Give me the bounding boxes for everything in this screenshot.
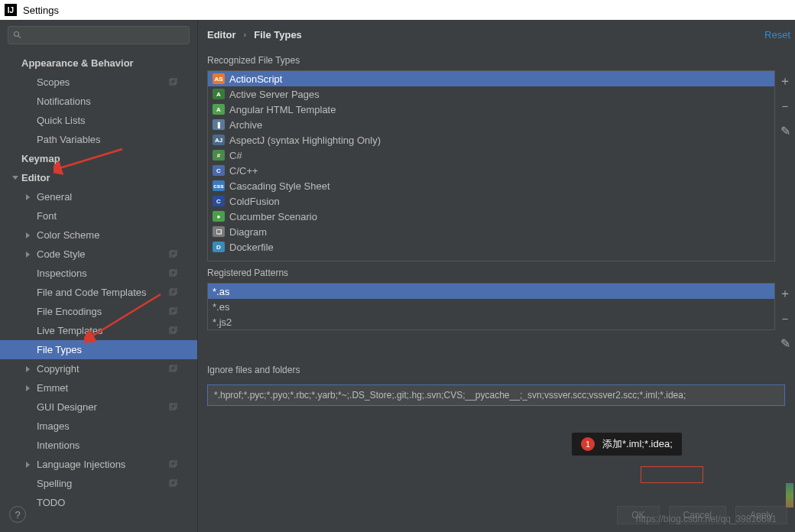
tree-label: TODO xyxy=(37,497,65,508)
add-icon[interactable]: ＋ xyxy=(779,286,791,302)
apply-button[interactable]: Apply xyxy=(735,506,787,524)
svg-rect-3 xyxy=(171,78,177,83)
tree-label: Quick Lists xyxy=(37,115,86,126)
edit-icon[interactable]: ✎ xyxy=(780,336,790,351)
tree-label: File and Code Templates xyxy=(37,287,147,298)
expand-arrow-icon xyxy=(26,251,30,258)
file-type-label: AspectJ (syntax Highlighting Only) xyxy=(229,135,381,146)
tree-item-notifications[interactable]: Notifications xyxy=(0,92,197,111)
tree-item-images[interactable]: Images xyxy=(0,417,197,436)
expand-arrow-icon xyxy=(26,232,30,238)
tree-item-code-style[interactable]: Code Style xyxy=(0,245,197,264)
tree-item-keymap[interactable]: Keymap xyxy=(0,149,197,168)
file-icon: AS xyxy=(213,73,225,84)
tree-item-font[interactable]: Font xyxy=(0,206,197,225)
crumb-editor[interactable]: Editor xyxy=(207,29,236,41)
ok-button[interactable]: OK xyxy=(617,506,659,524)
svg-rect-14 xyxy=(170,366,175,371)
add-icon[interactable]: ＋ xyxy=(779,73,791,89)
tree-item-inspections[interactable]: Inspections xyxy=(0,264,197,283)
expand-arrow-icon xyxy=(12,176,18,180)
file-type-row[interactable]: AActive Server Pages xyxy=(208,86,774,102)
svg-rect-10 xyxy=(170,309,175,314)
file-icon: A xyxy=(213,104,225,115)
scheme-icon xyxy=(168,403,177,412)
tree-item-color-scheme[interactable]: Color Scheme xyxy=(0,225,197,245)
patterns-list[interactable]: *.as*.es*.js2 xyxy=(207,283,775,330)
file-type-row[interactable]: AAngular HTML Template xyxy=(208,102,774,117)
scheme-icon xyxy=(168,269,177,278)
file-type-row[interactable]: ❏Diagram xyxy=(208,224,774,239)
remove-icon[interactable]: － xyxy=(779,311,791,327)
pattern-label: *.js2 xyxy=(213,316,232,328)
svg-rect-21 xyxy=(171,479,177,485)
tree-item-file-and-code-templates[interactable]: File and Code Templates xyxy=(0,283,197,302)
reset-link[interactable]: Reset xyxy=(764,29,790,41)
tree-item-path-variables[interactable]: Path Variables xyxy=(0,130,197,149)
tree-item-spelling[interactable]: Spelling xyxy=(0,474,197,493)
tree-item-editor[interactable]: Editor xyxy=(0,168,197,187)
cancel-button[interactable]: Cancel xyxy=(669,506,726,524)
expand-arrow-icon xyxy=(26,194,30,200)
pattern-row[interactable]: *.as xyxy=(208,284,774,299)
file-type-row[interactable]: CC/C++ xyxy=(208,163,774,178)
tree-item-quick-lists[interactable]: Quick Lists xyxy=(0,111,197,130)
file-type-row[interactable]: DDockerfile xyxy=(208,239,774,255)
file-type-row[interactable]: cssCascading Style Sheet xyxy=(208,178,774,193)
tree-item-file-types[interactable]: File Types xyxy=(0,340,197,359)
expand-arrow-icon xyxy=(26,462,30,468)
dialog-buttons: OK Cancel Apply xyxy=(617,506,787,524)
file-type-row[interactable]: AJAspectJ (syntax Highlighting Only) xyxy=(208,132,774,148)
file-type-row[interactable]: ❚Archive xyxy=(208,117,774,132)
tree-item-file-encodings[interactable]: File Encodings xyxy=(0,302,197,321)
remove-icon[interactable]: － xyxy=(779,99,791,115)
file-type-row[interactable]: CColdFusion xyxy=(208,193,774,209)
tree-label: General xyxy=(37,191,72,203)
svg-rect-5 xyxy=(171,250,177,255)
file-type-label: ColdFusion xyxy=(229,196,280,207)
pattern-row[interactable]: *.es xyxy=(208,299,774,314)
tree-item-scopes[interactable]: Scopes xyxy=(0,73,197,92)
tree-item-todo[interactable]: TODO xyxy=(0,493,197,512)
pattern-row[interactable]: *.js2 xyxy=(208,314,774,329)
settings-tree: Appearance & BehaviorScopesNotifications… xyxy=(0,50,197,532)
tree-label: Editor xyxy=(21,172,50,183)
annotation-callout: 1 添加*.iml;*.idea; xyxy=(572,433,682,456)
svg-rect-13 xyxy=(171,326,177,332)
tree-item-language-injections[interactable]: Language Injections xyxy=(0,455,197,474)
recognized-label: Recognized File Types xyxy=(198,49,795,70)
tree-label: GUI Designer xyxy=(37,401,97,413)
ignore-input[interactable] xyxy=(207,384,785,406)
scheme-icon xyxy=(168,365,177,374)
edit-icon[interactable]: ✎ xyxy=(780,124,790,138)
file-type-row[interactable]: #C# xyxy=(208,148,774,163)
tree-label: Color Scheme xyxy=(37,229,99,241)
tree-label: Spelling xyxy=(37,478,72,489)
tree-label: Font xyxy=(37,210,57,222)
tree-item-live-templates[interactable]: Live Templates xyxy=(0,321,197,340)
content-panel: Editor › File Types Reset Recognized Fil… xyxy=(197,20,795,532)
file-icon: # xyxy=(213,150,225,161)
breadcrumb: Editor › File Types xyxy=(198,20,795,49)
tree-label: Live Templates xyxy=(37,325,102,336)
svg-rect-18 xyxy=(170,462,175,467)
file-icon: ● xyxy=(213,211,225,222)
scheme-icon xyxy=(168,307,177,316)
search-input[interactable] xyxy=(8,26,190,44)
patterns-label: Registered Patterns xyxy=(198,261,795,283)
tree-item-intentions[interactable]: Intentions xyxy=(0,436,197,455)
file-icon: ❚ xyxy=(213,119,225,130)
file-types-list[interactable]: ASActionScriptAActive Server PagesAAngul… xyxy=(207,70,775,261)
tree-item-gui-designer[interactable]: GUI Designer xyxy=(0,397,197,417)
file-type-label: Cucumber Scenario xyxy=(229,211,317,222)
tree-item-copyright[interactable]: Copyright xyxy=(0,359,197,378)
tree-item-emmet[interactable]: Emmet xyxy=(0,378,197,397)
svg-point-0 xyxy=(15,32,19,37)
file-type-label: C# xyxy=(229,150,242,161)
help-button[interactable]: ? xyxy=(9,506,26,523)
tree-item-appearance-behavior[interactable]: Appearance & Behavior xyxy=(0,54,197,73)
file-type-row[interactable]: ASActionScript xyxy=(208,71,774,86)
file-type-row[interactable]: ●Cucumber Scenario xyxy=(208,209,774,224)
scheme-icon xyxy=(168,326,177,336)
tree-item-general[interactable]: General xyxy=(0,187,197,206)
